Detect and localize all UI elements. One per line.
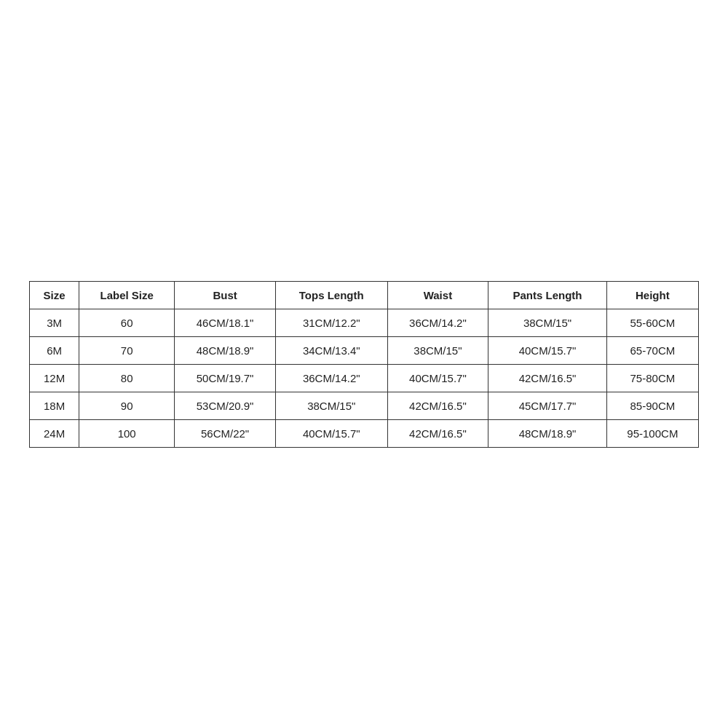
size-chart-table: SizeLabel SizeBustTops LengthWaistPants … <box>29 281 699 448</box>
table-cell-4-0: 24M <box>30 419 79 447</box>
table-cell-2-3: 36CM/14.2" <box>275 364 387 392</box>
table-row: 3M6046CM/18.1"31CM/12.2"36CM/14.2"38CM/1… <box>30 309 699 336</box>
column-header-1: Label Size <box>79 281 175 309</box>
table-cell-1-5: 40CM/15.7" <box>488 336 606 364</box>
table-row: 24M10056CM/22"40CM/15.7"42CM/16.5"48CM/1… <box>30 419 699 447</box>
table-cell-3-0: 18M <box>30 392 79 419</box>
table-cell-3-1: 90 <box>79 392 175 419</box>
table-cell-0-1: 60 <box>79 309 175 336</box>
table-cell-2-6: 75-80CM <box>606 364 698 392</box>
table-header-row: SizeLabel SizeBustTops LengthWaistPants … <box>30 281 699 309</box>
table-cell-2-2: 50CM/19.7" <box>175 364 276 392</box>
table-body: 3M6046CM/18.1"31CM/12.2"36CM/14.2"38CM/1… <box>30 309 699 447</box>
table-cell-1-0: 6M <box>30 336 79 364</box>
table-cell-3-4: 42CM/16.5" <box>387 392 488 419</box>
table-row: 6M7048CM/18.9"34CM/13.4"38CM/15"40CM/15.… <box>30 336 699 364</box>
table-cell-2-0: 12M <box>30 364 79 392</box>
table-cell-4-3: 40CM/15.7" <box>275 419 387 447</box>
table-cell-3-3: 38CM/15" <box>275 392 387 419</box>
table-row: 18M9053CM/20.9"38CM/15"42CM/16.5"45CM/17… <box>30 392 699 419</box>
table-cell-0-4: 36CM/14.2" <box>387 309 488 336</box>
table-cell-1-4: 38CM/15" <box>387 336 488 364</box>
table-cell-4-1: 100 <box>79 419 175 447</box>
size-chart-container: SizeLabel SizeBustTops LengthWaistPants … <box>29 281 699 448</box>
table-cell-0-0: 3M <box>30 309 79 336</box>
table-cell-3-6: 85-90CM <box>606 392 698 419</box>
table-cell-1-6: 65-70CM <box>606 336 698 364</box>
table-cell-3-5: 45CM/17.7" <box>488 392 606 419</box>
column-header-6: Height <box>606 281 698 309</box>
table-row: 12M8050CM/19.7"36CM/14.2"40CM/15.7"42CM/… <box>30 364 699 392</box>
table-cell-2-4: 40CM/15.7" <box>387 364 488 392</box>
table-cell-2-1: 80 <box>79 364 175 392</box>
table-cell-3-2: 53CM/20.9" <box>175 392 276 419</box>
column-header-5: Pants Length <box>488 281 606 309</box>
table-cell-4-5: 48CM/18.9" <box>488 419 606 447</box>
table-cell-4-2: 56CM/22" <box>175 419 276 447</box>
table-cell-0-5: 38CM/15" <box>488 309 606 336</box>
table-cell-0-2: 46CM/18.1" <box>175 309 276 336</box>
table-cell-1-2: 48CM/18.9" <box>175 336 276 364</box>
table-cell-4-6: 95-100CM <box>606 419 698 447</box>
table-cell-0-3: 31CM/12.2" <box>275 309 387 336</box>
table-cell-0-6: 55-60CM <box>606 309 698 336</box>
table-cell-1-3: 34CM/13.4" <box>275 336 387 364</box>
column-header-2: Bust <box>175 281 276 309</box>
column-header-3: Tops Length <box>275 281 387 309</box>
table-cell-1-1: 70 <box>79 336 175 364</box>
table-cell-4-4: 42CM/16.5" <box>387 419 488 447</box>
table-cell-2-5: 42CM/16.5" <box>488 364 606 392</box>
column-header-4: Waist <box>387 281 488 309</box>
column-header-0: Size <box>30 281 79 309</box>
